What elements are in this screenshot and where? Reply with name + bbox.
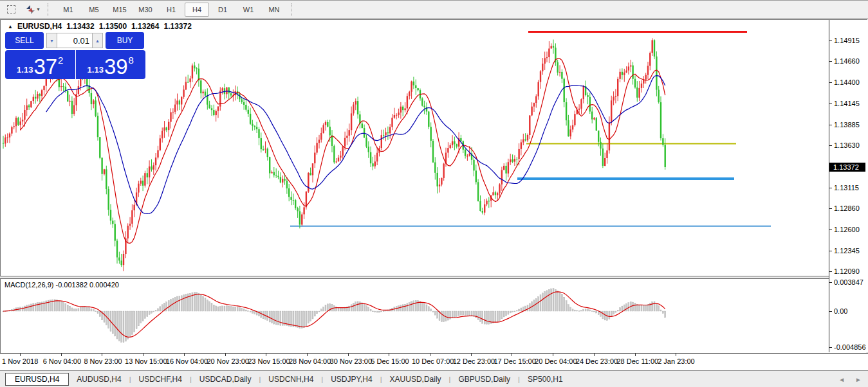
macd-tick [829, 347, 832, 348]
macd-tick [829, 282, 832, 283]
symbol-period-label: EURUSD,H4 [17, 22, 62, 31]
chart-tab-bar: EURUSD,H4AUDUSD,H4|USDCHF,H4|USDCAD,Dail… [0, 370, 868, 387]
toolbar: ▾ M1M5M15M30H1H4D1W1MN [0, 1, 868, 19]
time-tick-label: 10 Dec 07:00 [412, 357, 454, 365]
price-tick-label: 1.12600 [834, 226, 860, 233]
price-tick-label: 1.14145 [834, 100, 860, 107]
timeframe-button-mn[interactable]: MN [262, 3, 286, 17]
time-tick-label: 1 Nov 2018 [2, 357, 38, 365]
price-tick-label: 1.12345 [834, 247, 860, 255]
timeframe-button-m15[interactable]: M15 [107, 3, 132, 17]
time-tick-label: 12 Dec 23:00 [453, 357, 495, 365]
price-tick [829, 208, 832, 209]
chart-ohlc-header: ▲ EURUSD,H4 1.13432 1.13500 1.13264 1.13… [8, 22, 192, 31]
tab-usdcad-daily[interactable]: USDCAD,Daily [192, 373, 259, 386]
close-value: 1.13372 [163, 22, 191, 31]
time-tick-label: 28 Nov 04:00 [289, 357, 331, 365]
buy-price-point: 8 [129, 55, 134, 66]
tile-windows-glyph [26, 5, 35, 14]
tab-scroll-left-icon[interactable]: ◄ [838, 376, 845, 383]
price-tick-label: 1.13115 [834, 184, 859, 192]
tab-sp500-h1[interactable]: SP500,H1 [520, 373, 571, 386]
time-tick [20, 354, 21, 356]
time-tick [594, 354, 595, 356]
price-scale-axis[interactable]: 1.149151.146601.144001.141451.138851.136… [829, 20, 868, 352]
tab-usdjpy-h4[interactable]: USDJPY,H4 [323, 373, 380, 386]
tab-scroll-controls: ◄ ► [838, 376, 862, 383]
trade-panel-controls: SELL ▼ ▲ BUY [5, 32, 145, 49]
toolbar-separator [48, 3, 51, 16]
timeframe-button-w1[interactable]: W1 [236, 3, 261, 17]
tab-xauusd-daily[interactable]: XAUUSD,Daily [382, 373, 449, 386]
buy-price-prefix: 1.13 [88, 65, 104, 75]
price-tick-label: 1.13630 [834, 141, 860, 149]
price-tick [829, 188, 832, 188]
volume-input[interactable] [57, 33, 92, 48]
price-tick-label: 1.14915 [834, 37, 860, 44]
time-axis[interactable]: 1 Nov 20186 Nov 04:008 Nov 23:0013 Nov 1… [0, 353, 868, 370]
dropdown-caret-icon[interactable]: ▾ [37, 6, 39, 12]
timeframe-button-d1[interactable]: D1 [210, 3, 235, 17]
timeframe-button-m30[interactable]: M30 [133, 3, 158, 17]
timeframe-button-m1[interactable]: M1 [56, 3, 80, 17]
price-tick [829, 251, 832, 251]
selection-box-glyph [7, 5, 15, 14]
time-tick-label: 28 Dec 11:00 [617, 357, 659, 365]
price-tick [829, 61, 832, 62]
time-tick [471, 354, 472, 356]
buy-price-button[interactable]: 1.13 39 8 [76, 50, 146, 79]
time-tick-label: 20 Nov 23:00 [207, 357, 249, 365]
chart-tabs: EURUSD,H4AUDUSD,H4|USDCHF,H4|USDCAD,Dail… [5, 373, 571, 386]
tab-gbpusd-daily[interactable]: GBPUSD,Daily [450, 373, 518, 386]
macd-tick-label: 0.00 [834, 307, 847, 315]
tab-usdchf-h4[interactable]: USDCHF,H4 [131, 373, 190, 386]
low-value: 1.13264 [131, 22, 159, 31]
price-tick-label: 1.12090 [834, 267, 860, 275]
time-tick-label: 6 Nov 04:00 [43, 357, 81, 365]
tab-eurusd-h4[interactable]: EURUSD,H4 [5, 373, 69, 386]
tab-audusd-h4[interactable]: AUDUSD,H4 [69, 373, 129, 386]
time-tick [225, 354, 226, 356]
toolbar-separator [291, 3, 295, 16]
sell-price-button[interactable]: 1.13 37 2 [5, 50, 75, 79]
time-tick [430, 354, 430, 356]
volume-decrease-button[interactable]: ▼ [46, 33, 57, 48]
panel-splitter[interactable] [0, 276, 868, 279]
timeframe-group: M1M5M15M30H1H4D1W1MN [55, 1, 287, 19]
time-tick [676, 354, 676, 356]
price-tick [829, 145, 832, 146]
time-tick-label: 23 Nov 15:00 [248, 357, 290, 365]
tab-scroll-right-icon[interactable]: ► [855, 376, 862, 383]
tile-windows-icon[interactable]: ▾ [22, 3, 44, 16]
time-tick [348, 354, 349, 356]
one-click-trading-panel: SELL ▼ ▲ BUY 1.13 37 2 1.13 39 8 [5, 32, 145, 79]
collapse-triangle-icon[interactable]: ▲ [8, 24, 13, 30]
time-tick [553, 354, 553, 356]
sell-price-pips: 37 [33, 56, 57, 77]
sell-price-point: 2 [58, 55, 63, 66]
timeframe-button-m5[interactable]: M5 [82, 3, 106, 17]
price-tick [829, 271, 832, 272]
selection-tool-icon[interactable] [4, 3, 18, 16]
time-tick-label: 30 Nov 23:00 [330, 357, 372, 365]
volume-increase-button[interactable]: ▲ [92, 33, 103, 48]
tab-usdcnh-h4[interactable]: USDCNH,H4 [261, 373, 321, 386]
time-tick-label: 20 Dec 04:00 [535, 357, 577, 365]
time-tick-label: 5 Dec 15:00 [371, 357, 409, 365]
price-tick-label: 1.13885 [834, 121, 860, 129]
time-tick [266, 354, 266, 356]
timeframe-button-h4[interactable]: H4 [185, 3, 209, 17]
timeframe-button-h1[interactable]: H1 [159, 3, 183, 17]
price-tick [829, 125, 832, 125]
time-tick [143, 354, 143, 356]
time-tick-label: 13 Nov 15:00 [125, 357, 167, 365]
time-tick [635, 354, 636, 356]
mt4-window: ▾ M1M5M15M30H1H4D1W1MN 1.149151.146601.1… [0, 0, 868, 387]
current-price-badge: 1.13372 [829, 163, 865, 172]
buy-button[interactable]: BUY [106, 32, 144, 49]
macd-indicator-canvas[interactable] [1, 279, 829, 352]
time-tick-label: 8 Nov 23:00 [84, 357, 122, 365]
sell-button[interactable]: SELL [5, 32, 44, 49]
open-value: 1.13432 [66, 22, 94, 31]
macd-tick-label: -0.004856 [834, 343, 866, 351]
